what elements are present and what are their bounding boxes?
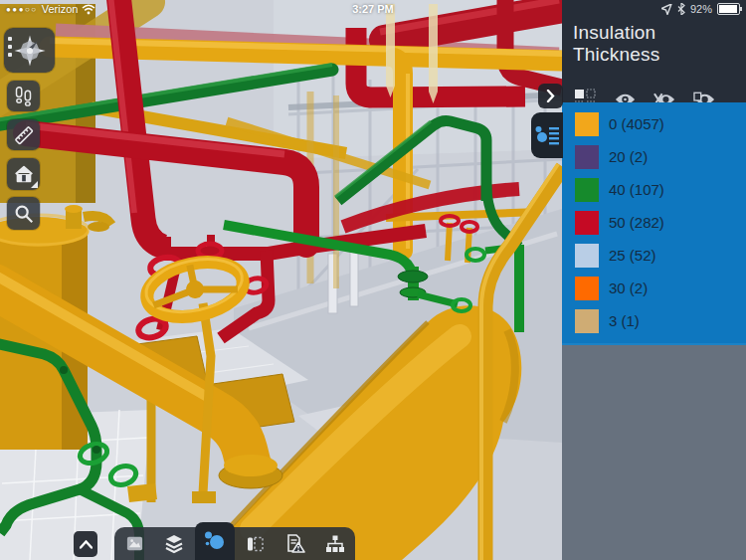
tab-issues[interactable] [275, 527, 314, 560]
legend-row[interactable]: 30 (2) [562, 272, 746, 304]
battery-icon [717, 3, 740, 15]
ruler-icon [13, 124, 35, 146]
carrier-label: Verizon [42, 3, 79, 15]
color-swatch [575, 145, 599, 169]
legend-label: 20 (2) [609, 148, 648, 165]
tab-color-coding[interactable] [195, 522, 235, 560]
photo-icon [125, 534, 144, 553]
chevron-right-icon [546, 90, 555, 102]
plant-model-rendering [0, 0, 562, 560]
color-swatch [575, 309, 599, 333]
clock: 3:27 PM [0, 3, 746, 15]
legend-row[interactable]: 20 (2) [562, 140, 746, 173]
color-swatch [575, 112, 599, 136]
status-right: 92% [661, 3, 740, 15]
section-box-icon [245, 534, 265, 554]
insulation-panel: Insulation Thickness [562, 0, 746, 560]
legend-row[interactable]: 0 (4057) [562, 107, 746, 140]
tree-icon [325, 534, 345, 554]
chevron-up-icon [80, 540, 93, 549]
legend-row[interactable]: 3 (1) [562, 304, 746, 337]
legend-list: 0 (4057) 20 (2) 40 (107) 50 (282) 25 (52… [562, 102, 746, 345]
bluetooth-icon [677, 3, 685, 15]
legend-tab-button[interactable] [531, 112, 563, 158]
battery-percent: 92% [690, 3, 712, 15]
tab-photo[interactable] [114, 527, 154, 560]
long-press-indicator [31, 181, 38, 188]
walk-mode-button[interactable] [7, 81, 40, 111]
color-swatch [575, 244, 599, 268]
color-swatch [575, 277, 599, 300]
legend-row[interactable]: 50 (282) [562, 206, 746, 239]
panel-collapse-button[interactable] [538, 84, 563, 108]
footprints-icon [13, 86, 34, 106]
bottom-toolbar [114, 527, 355, 560]
signal-strength-icon: ●●●○○ [6, 5, 38, 14]
tab-layers[interactable] [154, 527, 194, 560]
legend-label: 50 (282) [609, 214, 664, 231]
toolbar-collapse-button[interactable] [74, 531, 97, 557]
panel-title: Insulation Thickness [573, 22, 736, 66]
search-button[interactable] [7, 197, 40, 230]
color-swatch [575, 178, 599, 202]
legend-row[interactable]: 25 (52) [562, 239, 746, 272]
legend-label: 30 (2) [609, 280, 648, 296]
status-left: ●●●○○ Verizon [6, 3, 95, 15]
color-swatch [575, 211, 599, 235]
legend-row[interactable]: 40 (107) [562, 173, 746, 206]
color-dots-icon [204, 530, 226, 552]
legend-label: 0 (4057) [609, 115, 664, 132]
magnifier-icon [13, 203, 35, 225]
panel-footer [562, 345, 746, 560]
legend-label: 3 (1) [609, 312, 640, 329]
color-legend-icon [534, 123, 560, 147]
3d-viewport[interactable] [0, 0, 562, 560]
legend-label: 25 (52) [609, 247, 656, 264]
layers-icon [164, 534, 184, 554]
document-warning-icon [284, 533, 305, 554]
tab-section[interactable] [235, 527, 275, 560]
tab-model-tree[interactable] [315, 527, 355, 560]
location-arrow-icon [661, 4, 672, 15]
wifi-icon [82, 4, 95, 15]
home-view-button[interactable] [7, 158, 40, 190]
legend-label: 40 (107) [609, 181, 664, 198]
compass-icon [13, 34, 47, 68]
status-bar: ●●●○○ Verizon 3:27 PM 92% [0, 0, 746, 20]
drag-handle[interactable] [8, 37, 12, 57]
compass-button[interactable] [4, 28, 55, 73]
measure-button[interactable] [7, 119, 40, 150]
